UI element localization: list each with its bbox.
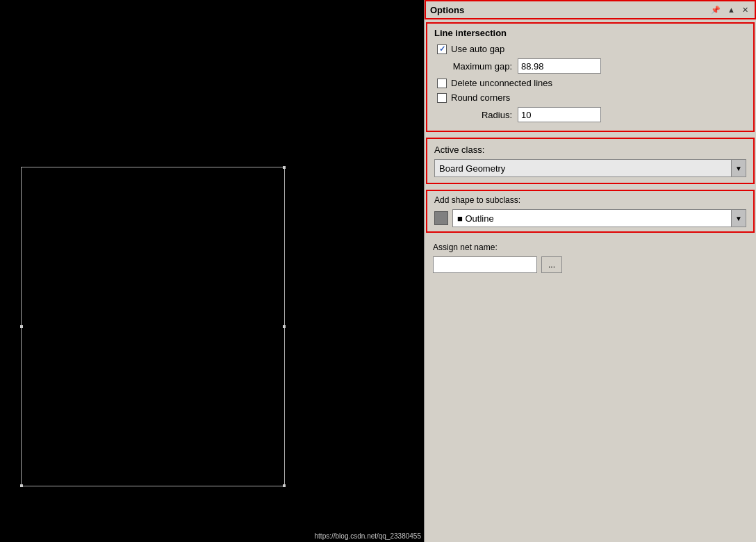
active-class-dropdown-wrapper: Board Geometry Etch Via Pin ▼ <box>434 159 746 177</box>
corner-dot-mr <box>283 325 286 328</box>
round-corners-text: Round corners <box>451 92 510 103</box>
canvas-area: https://blog.csdn.net/qq_23380455 <box>0 0 424 542</box>
delete-unconnected-label[interactable]: Delete unconnected lines <box>437 78 552 88</box>
section-line-intersection: Line intersection Use auto gap Maximum g… <box>426 22 755 132</box>
subclass-dropdown[interactable]: ■ Outline Top Bottom Board Geometry <box>452 209 746 227</box>
round-corners-checkbox[interactable] <box>437 93 447 103</box>
delete-unconnected-row: Delete unconnected lines <box>434 78 746 88</box>
radius-input[interactable] <box>518 107 601 122</box>
options-title: Options <box>430 5 464 15</box>
corner-dot-ml <box>20 325 23 328</box>
use-auto-gap-text: Use auto gap <box>451 44 504 54</box>
maximum-gap-input[interactable] <box>518 58 601 74</box>
delete-unconnected-text: Delete unconnected lines <box>451 78 552 88</box>
section-line-intersection-title: Line intersection <box>434 28 746 38</box>
delete-unconnected-checkbox[interactable] <box>437 79 447 88</box>
add-shape-header: Add shape to subclass: <box>434 195 746 205</box>
right-panel: Options 📌 ▲ ✕ Line intersection Use auto… <box>424 0 756 542</box>
section-assign-net: Assign net name: ... <box>426 238 755 277</box>
maximum-gap-row: Maximum gap: <box>434 58 746 74</box>
section-add-shape: Add shape to subclass: ■ Outline Top Bot… <box>426 190 755 233</box>
close-icon[interactable]: ✕ <box>740 5 750 15</box>
active-class-label: Active class: <box>434 145 746 155</box>
radius-row: Radius: <box>434 107 746 122</box>
add-shape-row: ■ Outline Top Bottom Board Geometry ▼ <box>434 209 746 227</box>
round-corners-label[interactable]: Round corners <box>437 92 510 103</box>
up-icon[interactable]: ▲ <box>725 5 737 15</box>
active-class-dropdown[interactable]: Board Geometry Etch Via Pin <box>434 159 746 177</box>
board-outline <box>21 167 285 486</box>
color-box-left[interactable] <box>434 211 448 225</box>
options-header: Options 📌 ▲ ✕ <box>425 0 756 19</box>
section-active-class: Active class: Board Geometry Etch Via Pi… <box>426 138 755 184</box>
use-auto-gap-row: Use auto gap <box>434 44 746 54</box>
subclass-dropdown-wrapper: ■ Outline Top Bottom Board Geometry ▼ <box>452 209 746 227</box>
use-auto-gap-checkbox[interactable] <box>437 44 447 54</box>
pin-icon[interactable]: 📌 <box>709 5 723 15</box>
corner-dot-br <box>283 484 286 487</box>
assign-net-row: ... <box>433 256 748 273</box>
use-auto-gap-label[interactable]: Use auto gap <box>437 44 504 54</box>
watermark: https://blog.csdn.net/qq_23380455 <box>312 532 424 541</box>
header-icons: 📌 ▲ ✕ <box>709 5 750 15</box>
browse-button[interactable]: ... <box>541 256 562 273</box>
corner-dot-tr <box>283 166 286 169</box>
radius-label: Radius: <box>434 110 518 120</box>
maximum-gap-label: Maximum gap: <box>434 61 518 72</box>
round-corners-row: Round corners <box>434 92 746 103</box>
assign-net-header: Assign net name: <box>433 243 748 252</box>
net-name-input[interactable] <box>433 256 537 273</box>
corner-dot-bl <box>20 484 23 487</box>
